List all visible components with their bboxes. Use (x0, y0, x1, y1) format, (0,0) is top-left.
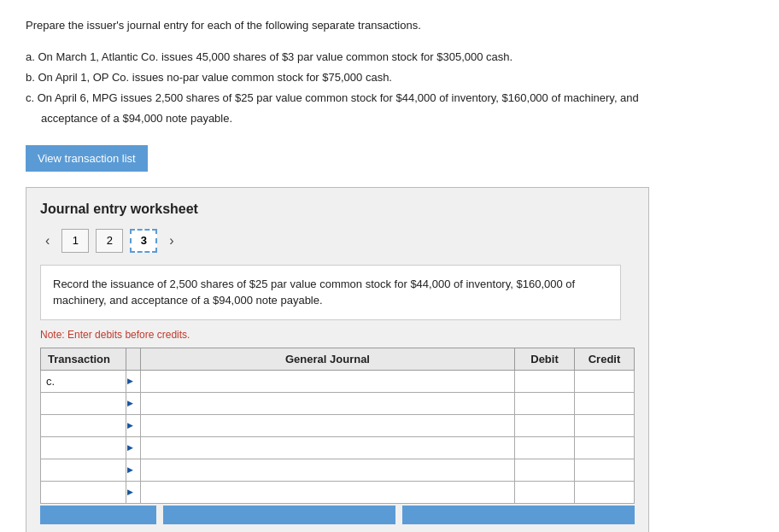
bottom-btn-2[interactable] (163, 506, 395, 524)
bottom-button-bar (40, 506, 635, 524)
table-row (41, 414, 635, 436)
row2-debit-input-cell[interactable] (515, 392, 575, 414)
worksheet-title: Journal entry worksheet (40, 202, 635, 217)
table-row (41, 481, 635, 503)
tab-1[interactable]: 1 (62, 229, 89, 253)
row5-credit-input[interactable] (575, 459, 634, 481)
row5-arrow (126, 459, 141, 481)
row6-credit-input[interactable] (575, 482, 634, 503)
header-debit: Debit (515, 348, 575, 370)
row1-debit-input-cell[interactable] (515, 370, 575, 392)
journal-table: Transaction General Journal Debit Credit… (40, 348, 635, 504)
row6-debit-input-cell[interactable] (515, 481, 575, 503)
row6-arrow (126, 481, 141, 503)
table-row (41, 392, 635, 414)
row2-journal-input-cell[interactable] (141, 392, 515, 414)
row1-credit-input-cell[interactable] (575, 370, 635, 392)
note-text: Note: Enter debits before credits. (40, 329, 635, 341)
row4-journal-input-cell[interactable] (141, 436, 515, 459)
row3-journal-input-cell[interactable] (141, 414, 515, 436)
next-tab-arrow[interactable]: › (164, 231, 179, 250)
row4-arrow (126, 436, 141, 459)
transactions-list: a. On March 1, Atlantic Co. issues 45,00… (26, 48, 753, 128)
row6-debit-input[interactable] (515, 482, 574, 503)
row4-journal-input[interactable] (141, 437, 514, 459)
row3-journal-input[interactable] (141, 415, 514, 436)
row3-credit-input-cell[interactable] (575, 414, 635, 436)
transaction-b: b. On April 1, OP Co. issues no-par valu… (26, 68, 753, 87)
view-transaction-list-button[interactable]: View transaction list (26, 145, 148, 172)
instruction-box: Record the issuance of 2,500 shares of $… (40, 265, 621, 320)
row3-debit-input-cell[interactable] (515, 414, 575, 436)
table-row (41, 459, 635, 481)
bottom-btn-1[interactable] (40, 506, 156, 524)
row5-transaction (41, 459, 126, 481)
row6-credit-input-cell[interactable] (575, 481, 635, 503)
row3-credit-input[interactable] (575, 415, 634, 436)
row4-debit-input-cell[interactable] (515, 436, 575, 459)
transaction-c1: c. On April 6, MPG issues 2,500 shares o… (26, 89, 753, 108)
table-row (41, 436, 635, 459)
row2-credit-input-cell[interactable] (575, 392, 635, 414)
transaction-a: a. On March 1, Atlantic Co. issues 45,00… (26, 48, 753, 67)
row5-credit-input-cell[interactable] (575, 459, 635, 481)
header-credit: Credit (575, 348, 635, 370)
row6-journal-input-cell[interactable] (141, 481, 515, 503)
row5-journal-input[interactable] (141, 459, 514, 481)
row2-journal-input[interactable] (141, 393, 514, 414)
tab-2[interactable]: 2 (96, 229, 123, 253)
row1-journal-input-cell[interactable] (141, 370, 515, 392)
intro-text: Prepare the issuer's journal entry for e… (26, 17, 753, 34)
row4-debit-input[interactable] (515, 437, 574, 459)
row2-debit-input[interactable] (515, 393, 574, 414)
row4-credit-input[interactable] (575, 437, 634, 459)
tab-3[interactable]: 3 (130, 229, 157, 253)
row2-credit-input[interactable] (575, 393, 634, 414)
row6-transaction (41, 481, 126, 503)
row3-debit-input[interactable] (515, 415, 574, 436)
row5-debit-input-cell[interactable] (515, 459, 575, 481)
journal-entry-worksheet: Journal entry worksheet ‹ 1 2 3 › Record… (26, 187, 649, 532)
row3-arrow (126, 414, 141, 436)
bottom-btn-3[interactable] (402, 506, 635, 524)
row4-credit-input-cell[interactable] (575, 436, 635, 459)
row3-transaction (41, 414, 126, 436)
row1-credit-input[interactable] (575, 371, 634, 392)
table-row: c. (41, 370, 635, 392)
row1-journal-input[interactable] (141, 371, 514, 392)
transaction-c2: acceptance of a $94,000 note payable. (26, 109, 753, 128)
row5-journal-input-cell[interactable] (141, 459, 515, 481)
row2-transaction (41, 392, 126, 414)
row2-arrow (126, 392, 141, 414)
row5-debit-input[interactable] (515, 459, 574, 481)
row4-transaction (41, 436, 126, 459)
header-transaction: Transaction (41, 348, 126, 370)
row1-transaction: c. (41, 370, 126, 392)
header-general-journal: General Journal (141, 348, 515, 370)
row1-arrow (126, 370, 141, 392)
tab-navigation: ‹ 1 2 3 › (40, 229, 635, 253)
row1-debit-input[interactable] (515, 371, 574, 392)
row6-journal-input[interactable] (141, 482, 514, 503)
prev-tab-arrow[interactable]: ‹ (40, 231, 55, 250)
